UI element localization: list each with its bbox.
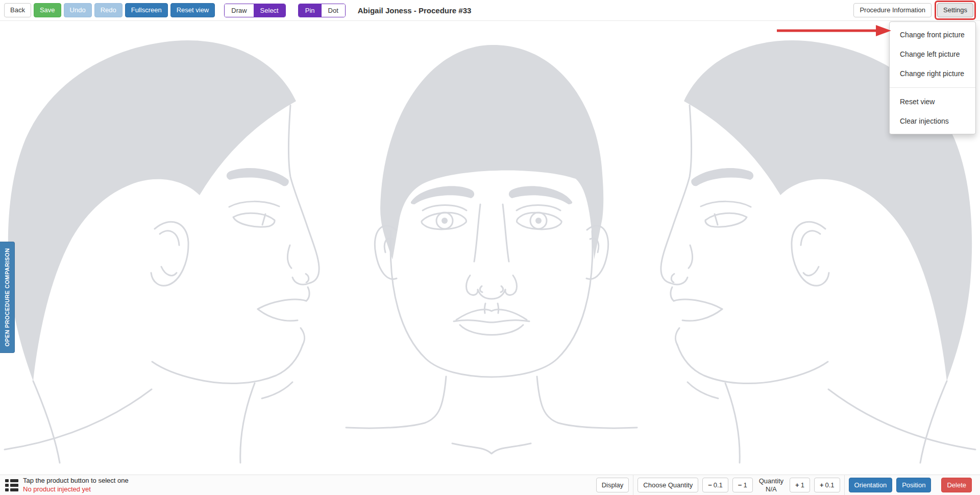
front-neck-left: [346, 376, 446, 428]
dot-toggle-button[interactable]: Dot: [322, 4, 345, 17]
quantity-label: Quantity: [759, 477, 783, 485]
red-arrow-annotation: [776, 23, 892, 38]
front-lips: [456, 310, 527, 320]
settings-button[interactable]: Settings: [937, 3, 973, 17]
front-nose: [474, 204, 480, 262]
front-collar: [452, 443, 531, 454]
decrement-0-1-button[interactable]: −0.1: [702, 478, 728, 492]
redo-button[interactable]: Redo: [94, 3, 122, 17]
toolbar-right-group: Procedure Information Settings: [853, 1, 976, 20]
increment-1-button[interactable]: +1: [790, 478, 810, 492]
front-neck-right: [537, 376, 637, 428]
page-title: Abigail Joness - Procedure #33: [358, 6, 472, 15]
front-face[interactable]: [346, 45, 637, 454]
pin-dot-toggle: Pin Dot: [298, 4, 346, 17]
product-list-icon[interactable]: [5, 479, 19, 491]
draw-select-toggle: Draw Select: [224, 4, 285, 17]
injection-planner-app: Back Save Undo Redo Fullscreen Reset vie…: [0, 0, 980, 495]
delete-button[interactable]: Delete: [941, 478, 972, 492]
fullscreen-button[interactable]: Fullscreen: [125, 3, 168, 17]
open-procedure-comparison-tab[interactable]: OPEN PROCEDURE COMPARISON: [0, 242, 15, 353]
menu-item-change-right-picture[interactable]: Change right picture: [890, 64, 975, 83]
menu-item-reset-view[interactable]: Reset view: [890, 92, 975, 111]
display-button[interactable]: Display: [596, 478, 629, 492]
front-hair: [380, 45, 603, 260]
pin-toggle-button[interactable]: Pin: [299, 4, 322, 17]
reset-view-button[interactable]: Reset view: [170, 3, 215, 17]
front-left-eyebrow: [411, 186, 474, 204]
footer-divider: [844, 475, 845, 495]
undo-button[interactable]: Undo: [64, 3, 92, 17]
menu-divider: [890, 87, 975, 88]
back-button[interactable]: Back: [4, 3, 31, 17]
position-button[interactable]: Position: [896, 478, 931, 492]
product-hint-block: Tap the product button to select one No …: [23, 477, 129, 494]
front-right-eyebrow: [509, 186, 572, 204]
quantity-value: N/A: [759, 485, 783, 493]
save-button[interactable]: Save: [34, 3, 61, 17]
product-hint-text: Tap the product button to select one: [23, 477, 129, 485]
choose-quantity-button[interactable]: Choose Quantity: [638, 478, 698, 492]
front-face-outline: [390, 231, 593, 377]
menu-item-change-front-picture[interactable]: Change front picture: [890, 25, 975, 44]
side-tab-label: OPEN PROCEDURE COMPARISON: [4, 248, 10, 347]
decrement-1-button[interactable]: −1: [732, 478, 753, 492]
footer-bar: Tap the product button to select one No …: [0, 475, 980, 495]
settings-dropdown-menu: Change front picture Change left picture…: [889, 21, 976, 134]
orientation-button[interactable]: Orientation: [849, 478, 893, 492]
settings-highlight-annotation: Settings: [935, 1, 976, 20]
footer-divider: [633, 475, 633, 495]
quantity-readout: Quantity N/A: [759, 477, 783, 493]
select-toggle-button[interactable]: Select: [254, 4, 285, 17]
increment-0-1-button[interactable]: +0.1: [814, 478, 840, 492]
menu-item-change-left-picture[interactable]: Change left picture: [890, 44, 975, 64]
menu-item-clear-injections[interactable]: Clear injections: [890, 111, 975, 131]
face-diagrams: [0, 21, 980, 475]
procedure-information-button[interactable]: Procedure Information: [853, 3, 932, 17]
toolbar: Back Save Undo Redo Fullscreen Reset vie…: [0, 0, 980, 21]
face-canvas[interactable]: [0, 21, 980, 475]
no-product-status-text: No product injected yet: [23, 485, 129, 494]
draw-toggle-button[interactable]: Draw: [225, 4, 253, 17]
left-profile-face[interactable]: [5, 40, 319, 463]
